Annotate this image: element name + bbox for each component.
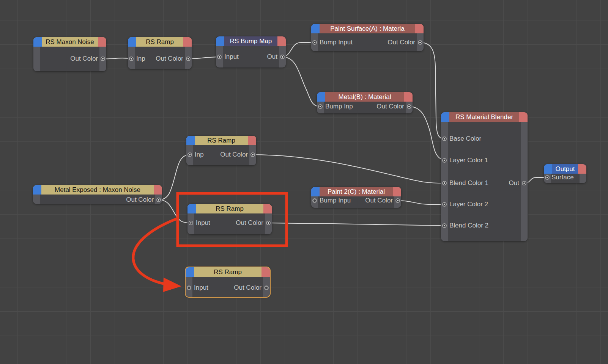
node-tab-blue [128,37,136,47]
node-title-bar[interactable]: Paint 2(C) : Material [311,187,401,196]
node-tab-red [578,164,586,174]
port-socket-input[interactable] [189,221,193,225]
node-paint-surface-a[interactable]: Paint Surface(A) : Materia Bump Input Ou… [311,24,424,51]
node-title: Paint Surface(A) : Materia [320,24,415,33]
port-socket-input[interactable] [129,56,134,61]
node-tab-red [248,136,256,145]
node-tab-red [415,24,424,33]
port-socket-bump-input[interactable] [312,198,317,203]
node-title-bar[interactable]: Paint Surface(A) : Materia [311,24,424,33]
node-tab-red [277,36,286,46]
port-socket-out-color[interactable] [418,40,422,45]
node-metal-exposed-maxon-noise[interactable]: Metal Exposed : Maxon Noise Out Color [33,185,162,204]
node-tab-blue [311,24,320,33]
port-socket-base-color[interactable] [442,136,447,141]
wire-metal-b-to-layer-color-1[interactable] [409,107,444,160]
port-socket-out-color[interactable] [101,56,105,61]
node-title: RS Ramp [194,267,261,277]
wire-ramp-middle-to-blend-color-1[interactable] [253,155,444,183]
port-socket-layer-color-1[interactable] [442,158,447,163]
node-title-bar[interactable]: RS Bump Map [216,36,286,46]
port-label-out-color: Out Color [70,56,98,62]
port-label-base-color: Base Color [449,136,481,142]
node-tab-blue [33,37,42,47]
port-label-out-color: Out Color [220,152,248,158]
port-socket-bump-input[interactable] [312,40,317,45]
port-socket-out-color[interactable] [186,56,191,61]
port-label-bump-input: Bump Inpu [320,198,351,204]
wire-metal-exposed-to-ramp-middle[interactable] [159,155,190,200]
port-label-out-color: Out Color [234,285,261,291]
port-label-bump-input: Bump Inp [325,104,353,110]
node-title-bar[interactable]: Output [544,164,586,174]
node-tab-blue [186,267,194,277]
node-metal-b[interactable]: Metal(B) : Material Bump Inp Out Color [317,92,413,113]
node-paint-2c[interactable]: Paint 2(C) : Material Bump Inpu Out Colo… [311,187,401,208]
node-rs-maxon-noise[interactable]: RS Maxon Noise Out Color [33,37,106,71]
node-output[interactable]: Output Surface [544,164,586,183]
node-tab-blue [186,136,195,145]
port-socket-out-color[interactable] [264,286,269,290]
node-title-bar[interactable]: RS Ramp [187,204,272,213]
node-title: RS Bump Map [224,36,277,46]
wire-metal-exposed-to-ramp-redbox[interactable] [159,200,191,223]
port-socket-surface[interactable] [545,175,550,180]
port-label-blend-color-1: Blend Color 1 [449,180,488,186]
node-title: Output [552,164,578,174]
node-title: RS Maxon Noise [42,37,98,47]
node-tab-red [519,112,528,122]
port-socket-out-color[interactable] [250,152,255,157]
port-label-out-color: Out Color [365,198,393,204]
port-socket-out-color[interactable] [266,221,271,225]
port-socket-input[interactable] [217,55,222,59]
node-tab-blue [441,112,449,122]
node-title-bar[interactable]: RS Ramp [186,136,256,145]
port-label-layer-color-1: Layer Color 1 [449,157,488,163]
port-label-input: Input [194,285,208,291]
node-title-bar[interactable]: RS Ramp [186,267,270,277]
wire-maxon-noise-to-ramp[interactable] [103,58,131,59]
node-rs-ramp-middle[interactable]: RS Ramp Inp Out Color [186,136,256,165]
port-socket-out[interactable] [280,55,285,59]
port-label-out: Out [267,54,277,60]
node-title: RS Ramp [136,37,183,47]
node-rs-ramp-top[interactable]: RS Ramp Inp Out Color [128,37,192,69]
port-label-bump-input: Bump Input [320,39,353,46]
port-socket-blend-color-2[interactable] [442,223,447,228]
node-title: RS Ramp [195,136,248,145]
node-rs-ramp-red-box[interactable]: RS Ramp Input Out Color [187,204,272,234]
port-socket-input[interactable] [187,286,191,290]
wire-ramp-to-bump-map[interactable] [188,57,219,59]
port-socket-input[interactable] [187,152,192,157]
wire-paint-2c-to-layer-color-2[interactable] [398,201,444,204]
node-tab-blue [544,164,552,174]
node-title-bar[interactable]: RS Maxon Noise [33,37,106,47]
port-label-out: Out [509,180,519,186]
port-socket-out-color[interactable] [407,104,411,109]
port-socket-bump-input[interactable] [318,104,323,109]
port-label-out-color: Out Color [236,220,263,226]
port-label-input: Inp [136,56,145,62]
node-rs-bump-map[interactable]: RS Bump Map Input Out [216,36,286,67]
node-tab-red [393,187,401,196]
node-title-bar[interactable]: Metal(B) : Material [317,92,413,102]
wire-bump-map-to-paint-surface[interactable] [282,42,315,57]
node-rs-ramp-selected[interactable]: RS Ramp Input Out Color [186,267,270,297]
node-tab-red [98,37,106,47]
node-title-bar[interactable]: Metal Exposed : Maxon Noise [33,185,162,195]
port-socket-out-color[interactable] [156,198,161,202]
node-title-bar[interactable]: RS Ramp [128,37,192,47]
node-rs-material-blender[interactable]: RS Material Blender Base Color Layer Col… [441,112,528,241]
input-rail [33,195,40,204]
node-title: Metal Exposed : Maxon Noise [41,185,154,195]
port-label-out-color: Out Color [126,197,154,203]
port-socket-blend-color-1[interactable] [442,181,447,185]
port-socket-out-color[interactable] [395,198,400,203]
wire-ramp-redbox-to-blend-color-2[interactable] [268,223,444,226]
node-title-bar[interactable]: RS Material Blender [441,112,528,122]
node-editor-canvas[interactable]: RS Maxon Noise Out Color RS Ramp Inp Out… [0,0,608,364]
wire-bump-map-to-metal-b[interactable] [282,57,320,107]
node-title: RS Ramp [196,204,263,213]
port-socket-layer-color-2[interactable] [442,202,447,207]
port-socket-out[interactable] [522,181,526,185]
